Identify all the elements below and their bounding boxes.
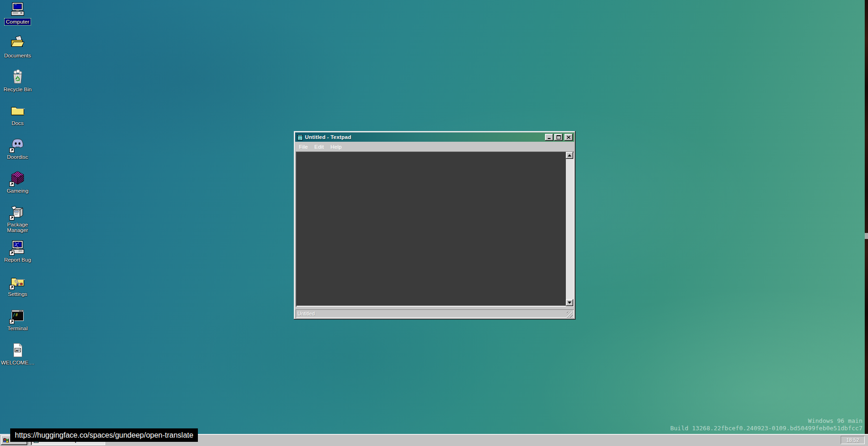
shortcut-arrow-icon bbox=[9, 285, 14, 290]
desktop-icon-label: Gameing bbox=[6, 188, 30, 194]
close-button[interactable] bbox=[564, 134, 573, 141]
desktop-icon-label: WELCOME.... bbox=[0, 359, 36, 366]
minimize-button[interactable] bbox=[545, 134, 553, 141]
menubar: File Edit Help bbox=[296, 143, 574, 151]
menu-edit[interactable]: Edit bbox=[311, 143, 327, 151]
documents-folder-icon bbox=[10, 35, 25, 51]
desktop-icon-terminal[interactable]: / # Terminal bbox=[1, 308, 34, 332]
menu-help[interactable]: Help bbox=[327, 143, 345, 151]
maximize-button[interactable] bbox=[554, 134, 563, 141]
os-version-line1: Windows 96 main bbox=[670, 417, 862, 425]
desktop-icon-package-manager[interactable]: Package Manager bbox=[1, 204, 34, 233]
titlebar[interactable]: Untitled - Textpad bbox=[295, 132, 574, 142]
recycle-bin-icon bbox=[10, 69, 25, 85]
editor-area bbox=[296, 151, 574, 307]
desktop: Computer Documents Recycle Bin D bbox=[0, 0, 868, 446]
shortcut-arrow-icon bbox=[9, 319, 14, 324]
arrow-up-icon bbox=[568, 154, 571, 157]
vertical-scrollbar[interactable] bbox=[566, 152, 573, 306]
desktop-icon-welcome[interactable]: M WELCOME.... bbox=[1, 342, 34, 366]
desktop-icon-gameing[interactable]: Gameing bbox=[1, 170, 34, 194]
desktop-icon-report-bug[interactable]: Report Bug bbox=[1, 239, 34, 263]
scroll-up-button[interactable] bbox=[566, 152, 573, 159]
desktop-icon-label: Computer bbox=[5, 19, 31, 25]
statusbar: Untitled bbox=[296, 309, 574, 318]
shortcut-arrow-icon bbox=[9, 215, 14, 220]
status-text: Untitled bbox=[296, 311, 567, 316]
desktop-icon-label: Terminal bbox=[6, 325, 29, 332]
desktop-icon-label: Settings bbox=[6, 291, 29, 297]
os-version-watermark: Windows 96 main Build 13268.22fbcef0.240… bbox=[670, 417, 862, 432]
resize-grip[interactable] bbox=[567, 312, 573, 318]
desktop-icon-label: Documents bbox=[3, 52, 32, 59]
window-title: Untitled - Textpad bbox=[305, 134, 545, 140]
desktop-icon-recycle-bin[interactable]: Recycle Bin bbox=[1, 69, 34, 93]
svg-text:/: / bbox=[13, 313, 15, 317]
shortcut-arrow-icon bbox=[9, 148, 14, 153]
scrollbar-track[interactable] bbox=[566, 159, 573, 299]
menu-file[interactable]: File bbox=[296, 143, 311, 151]
desktop-icon-docs[interactable]: Docs bbox=[1, 103, 34, 126]
os-version-line2: Build 13268.22fbcef0.240923-0109.bd50499… bbox=[670, 425, 862, 432]
svg-text:M: M bbox=[16, 349, 19, 352]
screen-edge-notch bbox=[865, 233, 868, 239]
desktop-icon-label: Docs bbox=[10, 120, 25, 126]
start-logo-icon bbox=[3, 437, 9, 443]
url-tooltip: https://huggingface.co/spaces/gundeep/op… bbox=[10, 428, 198, 442]
notepad-icon bbox=[297, 134, 304, 141]
screen-edge-artifact bbox=[865, 0, 868, 434]
desktop-icon-documents[interactable]: Documents bbox=[1, 35, 34, 59]
desktop-icon-doordisc[interactable]: Doordisc bbox=[1, 137, 34, 160]
svg-text:#: # bbox=[16, 313, 18, 317]
desktop-icon-computer[interactable]: Computer bbox=[1, 1, 34, 25]
desktop-icon-settings[interactable]: Settings bbox=[1, 274, 34, 297]
desktop-icon-label: Doordisc bbox=[6, 154, 29, 160]
desktop-icon-label: Report Bug bbox=[3, 257, 32, 263]
scroll-down-button[interactable] bbox=[566, 299, 573, 306]
markdown-document-icon: M bbox=[10, 342, 25, 358]
desktop-icon-label: Recycle Bin bbox=[2, 86, 33, 93]
arrow-down-icon bbox=[568, 302, 571, 304]
taskbar-clock[interactable]: 18:52 bbox=[846, 437, 859, 443]
desktop-icon-label: Package Manager bbox=[1, 221, 34, 233]
shortcut-arrow-icon bbox=[9, 182, 14, 187]
computer-icon bbox=[10, 1, 25, 17]
shortcut-arrow-icon bbox=[9, 251, 14, 256]
textpad-window: Untitled - Textpad File Edit Help Untitl… bbox=[294, 131, 576, 320]
text-editor[interactable] bbox=[297, 152, 565, 306]
system-tray: 18:52 bbox=[841, 436, 865, 444]
folder-icon bbox=[10, 103, 25, 119]
